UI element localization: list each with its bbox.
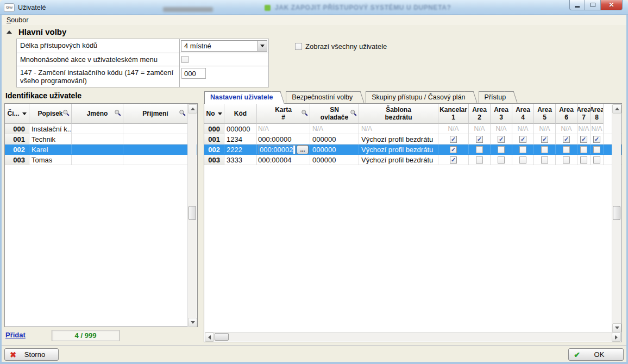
user-settings-row-001[interactable]: 0011234000:00000000000Výchozí profil bez… bbox=[204, 134, 621, 145]
col-header-area-4[interactable]: Area4 bbox=[512, 104, 534, 124]
cell-cislo: 002 bbox=[5, 145, 29, 154]
add-user-link[interactable]: Přidat bbox=[5, 331, 26, 339]
area-checkbox-area-4[interactable] bbox=[519, 156, 526, 164]
tab-3[interactable]: Přístup bbox=[479, 91, 512, 103]
area-checkbox-area-8[interactable]: ✓ bbox=[593, 136, 600, 143]
area-checkbox-area-5[interactable] bbox=[541, 156, 548, 164]
col-header-sablona[interactable]: Šablonabezdrátu bbox=[359, 104, 438, 124]
scroll-down-button[interactable] bbox=[612, 323, 621, 332]
tab-2[interactable]: Skupiny přístupu / Časový plán bbox=[366, 91, 470, 103]
left-table-vscrollbar[interactable] bbox=[187, 104, 197, 327]
area-checkbox-area-6[interactable] bbox=[563, 146, 570, 153]
col-header-no[interactable]: No bbox=[204, 104, 224, 124]
cell-area-3 bbox=[491, 155, 512, 165]
col-header-area-7[interactable]: Area7 bbox=[577, 104, 591, 124]
user-id-row-003[interactable]: 003Tomas bbox=[5, 155, 197, 165]
scroll-thumb[interactable] bbox=[215, 333, 229, 341]
area-checkbox-area-2[interactable] bbox=[476, 156, 483, 164]
scroll-down-button[interactable] bbox=[188, 318, 197, 327]
col-header-area-5[interactable]: Area5 bbox=[534, 104, 556, 124]
arrow-up-icon bbox=[615, 108, 619, 110]
karta-edit-field[interactable]: 000:00002 bbox=[258, 145, 296, 154]
col-header-area-6[interactable]: Area6 bbox=[556, 104, 577, 124]
tab-1[interactable]: Bezpečnostíní volby bbox=[286, 91, 358, 103]
user-id-row-002[interactable]: 002Karel bbox=[5, 145, 197, 155]
section-main-options[interactable]: Hlavní volby bbox=[4, 27, 66, 36]
area-checkbox-area-6[interactable] bbox=[563, 156, 570, 164]
scroll-thumb[interactable] bbox=[189, 206, 196, 220]
col-header-prijmeni[interactable]: Příjmení bbox=[123, 104, 188, 124]
col-header-cislo[interactable]: Či... bbox=[5, 104, 29, 124]
close-button[interactable]: ✕ bbox=[601, 0, 623, 10]
karta-cell-editor[interactable]: 000:00002... bbox=[258, 145, 309, 154]
cell-popisek: Karel bbox=[29, 145, 72, 154]
cell-kancelar-1: ✓ bbox=[438, 155, 469, 165]
tab-label: Přístup bbox=[485, 93, 506, 101]
col-header-area-3[interactable]: Area3 bbox=[491, 104, 512, 124]
scroll-up-button[interactable] bbox=[612, 104, 621, 114]
area-checkbox-area-2[interactable]: ✓ bbox=[476, 136, 483, 143]
col-header-sn[interactable]: SNovladače bbox=[310, 104, 359, 124]
right-table-vscrollbar[interactable] bbox=[612, 104, 621, 332]
cell-popisek: Technik bbox=[29, 134, 72, 144]
col-header-area-8[interactable]: Area8 bbox=[591, 104, 604, 124]
col-label: Area bbox=[494, 106, 508, 114]
col-header-kancelar-1[interactable]: Kancelar1 bbox=[438, 104, 469, 124]
cell-kod: 2222 bbox=[224, 145, 257, 154]
col-header-kod[interactable]: Kód bbox=[224, 104, 257, 124]
cell-kancelar-1: N/A bbox=[438, 124, 469, 134]
user-id-row-001[interactable]: 001Technik bbox=[5, 134, 197, 145]
area-checkbox-area-5[interactable]: ✓ bbox=[541, 136, 548, 143]
maximize-button[interactable] bbox=[585, 0, 601, 10]
user-id-row-000[interactable]: 000Instalační k... bbox=[5, 124, 197, 134]
col-header-jmeno[interactable]: Jméno bbox=[72, 104, 123, 124]
cell-sn: 000000 bbox=[310, 155, 359, 165]
show-all-checkbox[interactable] bbox=[295, 43, 302, 50]
tab-0[interactable]: Nastavení uživatele bbox=[204, 91, 278, 104]
multi-action-checkbox[interactable] bbox=[181, 56, 189, 63]
col-label: Příjmení bbox=[142, 110, 168, 117]
menu-soubor[interactable]: Soubor bbox=[3, 16, 32, 24]
ok-button[interactable]: ✔ OK bbox=[568, 348, 624, 361]
area-checkbox-area-7[interactable] bbox=[580, 146, 587, 153]
area-checkbox-area-4[interactable] bbox=[519, 146, 526, 153]
user-settings-row-003[interactable]: 0033333000:00004000000Výchozí profil bez… bbox=[204, 155, 621, 165]
user-settings-row-000[interactable]: 000000000N/AN/AN/AN/AN/AN/AN/AN/AN/AN/AN… bbox=[204, 124, 621, 134]
scroll-thumb[interactable] bbox=[613, 206, 620, 220]
col-header-area-2[interactable]: Area2 bbox=[469, 104, 491, 124]
area-checkbox-area-7[interactable] bbox=[580, 156, 587, 164]
area-checkbox-kancelar-1[interactable]: ✓ bbox=[450, 146, 457, 153]
right-table-hscrollbar[interactable] bbox=[205, 332, 621, 341]
area-checkbox-area-3[interactable] bbox=[498, 146, 505, 153]
cell-jmeno bbox=[72, 134, 123, 144]
area-checkbox-area-4[interactable]: ✓ bbox=[519, 136, 526, 143]
scroll-right-button[interactable] bbox=[612, 332, 621, 342]
scroll-up-button[interactable] bbox=[188, 104, 197, 114]
window-border-left bbox=[0, 15, 2, 364]
user-settings-row-002[interactable]: 0022222000:00002...000000Výchozí profil … bbox=[204, 145, 621, 155]
karta-browse-button[interactable]: ... bbox=[297, 145, 309, 154]
minimize-button[interactable] bbox=[569, 0, 585, 10]
area-checkbox-kancelar-1[interactable]: ✓ bbox=[450, 136, 457, 143]
cell-area-7: N/A bbox=[577, 124, 591, 134]
area-checkbox-area-6[interactable]: ✓ bbox=[563, 136, 570, 143]
area-checkbox-area-2[interactable] bbox=[476, 146, 483, 153]
area-checkbox-kancelar-1[interactable]: ✓ bbox=[450, 156, 457, 164]
show-all-users-option[interactable]: Zobrazí všechny uživatele bbox=[295, 42, 387, 51]
area-checkbox-area-8[interactable] bbox=[593, 156, 600, 164]
combo-arrow-button[interactable] bbox=[258, 41, 267, 51]
area-checkbox-area-8[interactable] bbox=[593, 146, 600, 153]
lock-code-input[interactable] bbox=[181, 68, 206, 79]
area-checkbox-area-5[interactable] bbox=[541, 146, 548, 153]
cancel-button[interactable]: ✖ Storno bbox=[4, 348, 59, 361]
area-checkbox-area-7[interactable]: ✓ bbox=[580, 136, 587, 143]
col-header-karta[interactable]: Karta# bbox=[257, 104, 310, 124]
section-title: Hlavní volby bbox=[18, 27, 66, 36]
area-checkbox-area-3[interactable]: ✓ bbox=[498, 136, 505, 143]
col-header-popisek[interactable]: Popisek bbox=[29, 104, 72, 124]
sort-desc-icon bbox=[218, 112, 222, 115]
scroll-left-button[interactable] bbox=[205, 332, 214, 342]
col-label-line2: 4 bbox=[521, 114, 525, 121]
area-checkbox-area-3[interactable] bbox=[498, 156, 505, 164]
code-length-select[interactable]: 4 místné bbox=[181, 40, 267, 52]
